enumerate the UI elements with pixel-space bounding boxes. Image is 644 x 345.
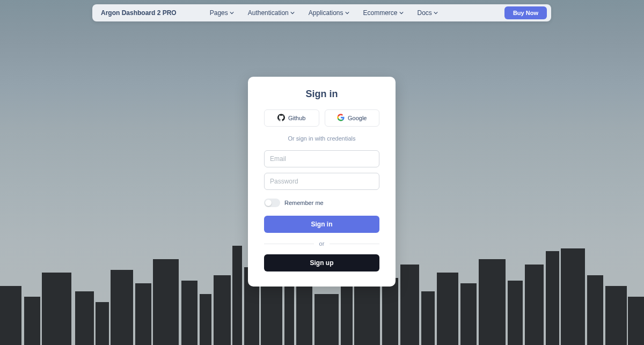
email-field[interactable] bbox=[264, 150, 379, 167]
brand-title: Argon Dashboard 2 PRO bbox=[101, 9, 177, 17]
remember-row: Remember me bbox=[264, 199, 379, 207]
nav-item-label: Docs bbox=[418, 9, 432, 17]
signin-card: Sign in Github Google Or sign in with cr… bbox=[248, 77, 396, 287]
nav-item-label: Authentication bbox=[248, 9, 289, 17]
nav-item-pages[interactable]: Pages bbox=[210, 9, 234, 17]
chevron-down-icon bbox=[290, 11, 295, 15]
oauth-github-button[interactable]: Github bbox=[264, 109, 319, 127]
signin-button[interactable]: Sign in bbox=[264, 216, 379, 233]
nav-item-ecommerce[interactable]: Ecommerce bbox=[363, 9, 404, 17]
credentials-text: Or sign in with credentials bbox=[264, 135, 379, 142]
remember-label: Remember me bbox=[284, 200, 324, 206]
signup-button[interactable]: Sign up bbox=[264, 254, 379, 271]
chevron-down-icon bbox=[230, 11, 234, 15]
google-icon bbox=[337, 114, 345, 122]
chevron-down-icon bbox=[434, 11, 438, 15]
nav-item-label: Applications bbox=[309, 9, 343, 17]
chevron-down-icon bbox=[399, 11, 404, 15]
oauth-github-label: Github bbox=[288, 115, 305, 121]
oauth-google-label: Google bbox=[348, 115, 367, 121]
nav-item-authentication[interactable]: Authentication bbox=[248, 9, 295, 17]
divider-or: or bbox=[264, 240, 379, 247]
nav-item-label: Ecommerce bbox=[363, 9, 398, 17]
nav-item-applications[interactable]: Applications bbox=[309, 9, 349, 17]
buy-now-button[interactable]: Buy Now bbox=[504, 6, 547, 19]
divider-label: or bbox=[319, 240, 325, 247]
nav-item-label: Pages bbox=[210, 9, 228, 17]
remember-toggle[interactable] bbox=[264, 199, 280, 207]
top-navbar: Argon Dashboard 2 PRO Pages Authenticati… bbox=[92, 4, 551, 21]
oauth-row: Github Google bbox=[264, 109, 379, 127]
nav-links: Pages Authentication Applications Ecomme… bbox=[210, 9, 438, 17]
chevron-down-icon bbox=[345, 11, 349, 15]
password-field[interactable] bbox=[264, 173, 379, 190]
nav-item-docs[interactable]: Docs bbox=[418, 9, 438, 17]
oauth-google-button[interactable]: Google bbox=[325, 109, 380, 127]
card-title: Sign in bbox=[264, 89, 379, 100]
github-icon bbox=[277, 114, 285, 122]
